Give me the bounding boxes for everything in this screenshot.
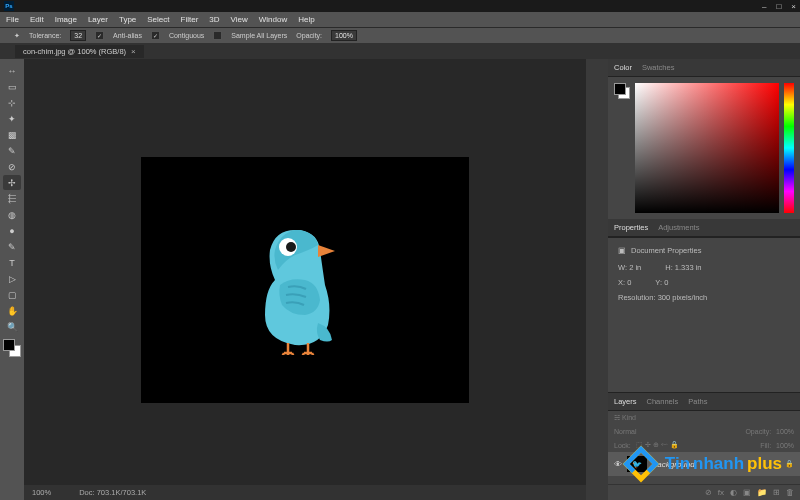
tab-color[interactable]: Color — [614, 63, 632, 72]
new-layer-icon[interactable]: ⊞ — [773, 488, 780, 497]
y-label: Y: — [655, 278, 662, 287]
sample-label: Sample All Layers — [231, 32, 287, 39]
blend-mode[interactable]: Normal — [614, 428, 637, 435]
document-canvas[interactable] — [141, 157, 469, 403]
doc-size: Doc: 703.1K/703.1K — [79, 488, 146, 497]
x-value[interactable]: 0 — [627, 278, 631, 287]
panel-swatch[interactable] — [614, 83, 630, 99]
antialias-label: Anti-alias — [113, 32, 142, 39]
visibility-icon[interactable]: 👁 — [614, 460, 622, 469]
mask-icon[interactable]: ◐ — [730, 488, 737, 497]
status-bar: 100% Doc: 703.1K/703.1K — [24, 485, 586, 500]
menu-filter[interactable]: Filter — [181, 15, 199, 24]
resolution-label: Resolution: — [618, 293, 656, 302]
options-bar: ✦ Tolerance: 32 ✓ Anti-alias ✓ Contiguou… — [0, 27, 800, 43]
hue-slider[interactable] — [784, 83, 794, 213]
antialias-checkbox[interactable]: ✓ — [95, 31, 104, 40]
watermark-text-1: Tin — [665, 454, 690, 474]
menu-help[interactable]: Help — [298, 15, 314, 24]
menu-file[interactable]: File — [6, 15, 19, 24]
menu-3d[interactable]: 3D — [209, 15, 219, 24]
y-value[interactable]: 0 — [664, 278, 668, 287]
tool-crop[interactable]: ▩ — [3, 127, 21, 142]
tool-text[interactable]: T — [3, 255, 21, 270]
tolerance-label: Tolerance: — [29, 32, 61, 39]
tool-pen[interactable]: ✎ — [3, 239, 21, 254]
close-button[interactable]: × — [791, 2, 796, 11]
color-swatch-tool[interactable] — [3, 339, 21, 357]
tab-layers[interactable]: Layers — [614, 397, 637, 406]
x-label: X: — [618, 278, 625, 287]
document-icon: ▣ — [618, 246, 626, 255]
tab-channels[interactable]: Channels — [647, 397, 679, 406]
watermark-logo-icon — [623, 446, 659, 482]
link-layers-icon[interactable]: ⊘ — [705, 488, 712, 497]
menu-layer[interactable]: Layer — [88, 15, 108, 24]
document-tab[interactable]: con-chim.jpg @ 100% (RGB/8) × — [15, 45, 144, 58]
tool-wand[interactable]: ✦ — [3, 111, 21, 126]
opacity-label: Opacity: — [296, 32, 322, 39]
tool-path[interactable]: ▷ — [3, 271, 21, 286]
adjustment-icon[interactable]: ▣ — [743, 488, 751, 497]
contiguous-label: Contiguous — [169, 32, 204, 39]
menu-select[interactable]: Select — [147, 15, 169, 24]
opacity-input[interactable]: 100% — [331, 30, 357, 41]
menu-type[interactable]: Type — [119, 15, 136, 24]
layer-opacity-label: Opacity: — [745, 428, 771, 435]
tool-heal[interactable]: ⊘ — [3, 159, 21, 174]
title-bar: Ps – □ × — [0, 0, 800, 12]
minimize-button[interactable]: – — [762, 2, 766, 11]
bird-artwork — [240, 205, 370, 355]
canvas-area[interactable]: 100% Doc: 703.1K/703.1K — [24, 59, 586, 500]
tool-zoom[interactable]: 🔍 — [3, 319, 21, 334]
group-icon[interactable]: 📁 — [757, 488, 767, 497]
tool-lasso[interactable]: ⊹ — [3, 95, 21, 110]
collapsed-panel-dock[interactable] — [586, 59, 608, 500]
layer-filter[interactable]: ☵ Kind — [614, 414, 636, 422]
height-label: H: — [665, 263, 673, 272]
tool-brush[interactable]: ✢ — [3, 175, 21, 190]
watermark-text-2: nhanh — [693, 454, 744, 474]
tab-properties[interactable]: Properties — [614, 223, 648, 232]
tool-shape[interactable]: ▢ — [3, 287, 21, 302]
sample-checkbox[interactable] — [213, 31, 222, 40]
fg-swatch[interactable] — [614, 83, 626, 95]
zoom-level[interactable]: 100% — [32, 488, 51, 497]
tool-move[interactable]: ↔ — [3, 63, 21, 78]
tool-dodge[interactable]: ● — [3, 223, 21, 238]
fx-icon[interactable]: fx — [718, 488, 724, 497]
tab-paths[interactable]: Paths — [688, 397, 707, 406]
tool-gradient[interactable]: ◍ — [3, 207, 21, 222]
tool-eyedropper[interactable]: ✎ — [3, 143, 21, 158]
document-tabs: con-chim.jpg @ 100% (RGB/8) × — [0, 43, 800, 59]
layers-footer: ⊘ fx ◐ ▣ 📁 ⊞ 🗑 — [608, 484, 800, 500]
contiguous-checkbox[interactable]: ✓ — [151, 31, 160, 40]
layer-opacity-value[interactable]: 100% — [776, 428, 794, 435]
right-dock: Color Swatches Properties Adjustments ▣ — [586, 59, 800, 500]
width-label: W: — [618, 263, 627, 272]
color-panel — [608, 77, 800, 219]
maximize-button[interactable]: □ — [776, 2, 781, 11]
layers-panel-tabs: Layers Channels Paths — [608, 393, 800, 411]
color-panel-tabs: Color Swatches — [608, 59, 800, 77]
properties-header: Document Properties — [631, 246, 701, 255]
toolbox: ↔ ▭ ⊹ ✦ ▩ ✎ ⊘ ✢ ⬱ ◍ ● ✎ T ▷ ▢ ✋ 🔍 — [0, 59, 24, 500]
menu-window[interactable]: Window — [259, 15, 287, 24]
menu-edit[interactable]: Edit — [30, 15, 44, 24]
tab-swatches[interactable]: Swatches — [642, 63, 675, 72]
tool-marquee[interactable]: ▭ — [3, 79, 21, 94]
menu-bar: File Edit Image Layer Type Select Filter… — [0, 12, 800, 27]
tolerance-input[interactable]: 32 — [70, 30, 86, 41]
color-field[interactable] — [635, 83, 779, 213]
tool-stamp[interactable]: ⬱ — [3, 191, 21, 206]
foreground-color-swatch[interactable] — [3, 339, 15, 351]
menu-view[interactable]: View — [231, 15, 248, 24]
tab-close-icon[interactable]: × — [131, 47, 136, 56]
menu-image[interactable]: Image — [55, 15, 77, 24]
resolution-value[interactable]: 300 pixels/inch — [658, 293, 708, 302]
trash-icon[interactable]: 🗑 — [786, 488, 794, 497]
height-value[interactable]: 1.333 in — [675, 263, 702, 272]
tab-adjustments[interactable]: Adjustments — [658, 223, 699, 232]
tool-hand[interactable]: ✋ — [3, 303, 21, 318]
width-value[interactable]: 2 in — [629, 263, 641, 272]
